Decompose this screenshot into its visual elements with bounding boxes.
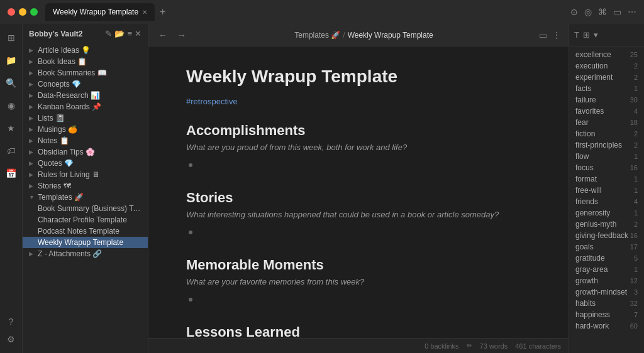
close-sidebar-icon[interactable]: ✕ xyxy=(135,29,142,38)
tag-row[interactable]: happiness7 xyxy=(569,309,644,320)
files-icon[interactable]: 📁 xyxy=(3,52,20,69)
sidebar-item-book-summaries[interactable]: ▶ Book Summaries 📖 xyxy=(23,67,148,79)
document-tag[interactable]: #retrospective xyxy=(186,97,238,106)
share-icon[interactable]: ⊙ xyxy=(570,7,578,17)
chevron-icon: ▶ xyxy=(29,70,35,76)
sidebar-item-character-profile-template[interactable]: Character Profile Template xyxy=(23,214,148,225)
chevron-icon: ▶ xyxy=(29,58,35,65)
chevron-icon: ▼ xyxy=(29,194,35,200)
sidebar-item-stories[interactable]: ▶ Stories 🗺 xyxy=(23,180,148,192)
sidebar-item-book-ideas[interactable]: ▶ Book Ideas 📋 xyxy=(23,56,148,67)
more-options-icon[interactable]: ⋯ xyxy=(628,7,636,17)
tag-row[interactable]: genius-myth2 xyxy=(569,219,644,230)
tag-row[interactable]: failure30 xyxy=(569,94,644,106)
forward-button[interactable]: → xyxy=(175,29,189,41)
new-tab-button[interactable]: + xyxy=(160,6,165,18)
active-tab[interactable]: Weekly Wrapup Template ✕ xyxy=(45,3,155,21)
tag-row[interactable]: execution2 xyxy=(569,60,644,72)
title-bar: Weekly Wrapup Template ✕ + ⊙ ◎ ⌘ ▭ ⋯ xyxy=(0,0,644,24)
sidebar-item-musings[interactable]: ▶ Musings 🍊 xyxy=(23,124,148,135)
new-folder-icon[interactable]: 📂 xyxy=(114,29,125,38)
tag-tree-icon[interactable]: T xyxy=(574,30,579,40)
tag-chevron-icon[interactable]: ▾ xyxy=(594,30,598,40)
chevron-icon: ▶ xyxy=(29,160,35,166)
tag-row[interactable]: favorites4 xyxy=(569,106,644,117)
sidebar-item-podcast-notes-template[interactable]: Podcast Notes Template xyxy=(23,225,148,237)
star-icon[interactable]: ★ xyxy=(3,119,20,137)
sidebar-item-concepts[interactable]: ▶ Concepts 💎 xyxy=(23,79,148,90)
char-count: 461 characters xyxy=(515,342,561,350)
tag-row[interactable]: excellence25 xyxy=(569,49,644,60)
sidebar-item-article-ideas[interactable]: ▶ Article Ideas 💡 xyxy=(23,45,148,56)
tag-row[interactable]: fiction2 xyxy=(569,128,644,139)
sidebar-item-rules-for-living[interactable]: ▶ Rules for Living 🖥 xyxy=(23,169,148,180)
settings-icon[interactable]: ⚙ xyxy=(3,330,20,348)
tab-close-icon[interactable]: ✕ xyxy=(142,9,147,16)
editor-toolbar: ← → Templates 🚀 / Weekly Wrapup Template… xyxy=(148,24,569,46)
tag-row[interactable]: giving-feedback16 xyxy=(569,230,644,241)
backlinks-count: 0 backlinks xyxy=(425,342,458,350)
new-note-icon[interactable]: ✎ xyxy=(105,29,112,38)
sidebar-item-data-research[interactable]: ▶ Data-Research 📊 xyxy=(23,90,148,101)
tag-row[interactable]: goals17 xyxy=(569,241,644,253)
tag-row[interactable]: facts1 xyxy=(569,83,644,94)
search-icon[interactable]: ⊞ xyxy=(3,29,20,46)
tag-icon[interactable]: 🏷 xyxy=(3,142,20,160)
sidebar-right-icon[interactable]: ▭ xyxy=(613,7,621,17)
tab-bar: Weekly Wrapup Template ✕ + xyxy=(45,3,570,21)
help-icon[interactable]: ? xyxy=(3,313,20,330)
chevron-icon: ▶ xyxy=(29,115,35,121)
editor-content[interactable]: Weekly Wrapup Template #retrospective Ac… xyxy=(148,46,569,338)
command-icon[interactable]: ⌘ xyxy=(598,7,607,17)
tag-row[interactable]: flow1 xyxy=(569,151,644,162)
sidebar-item-book-summary-template[interactable]: Book Summary (Business) Template xyxy=(23,203,148,214)
tag-row[interactable]: friends4 xyxy=(569,196,644,207)
chevron-icon: ▶ xyxy=(29,251,35,257)
maximize-button[interactable] xyxy=(30,8,38,16)
sidebar-item-z-attachments[interactable]: ▶ Z - Attachments 🔗 xyxy=(23,248,148,259)
breadcrumb-parent[interactable]: Templates 🚀 xyxy=(294,31,340,40)
sidebar-item-templates[interactable]: ▼ Templates 🚀 xyxy=(23,192,148,203)
back-button[interactable]: ← xyxy=(156,29,170,41)
section-lessons-learned: Lessons Learned What lessons did you lea… xyxy=(186,324,531,338)
sidebar-item-weekly-wrapup-template[interactable]: Weekly Wrapup Template xyxy=(23,237,148,248)
sidebar-item-notes[interactable]: ▶ Notes 📋 xyxy=(23,135,148,146)
tag-row[interactable]: fear18 xyxy=(569,117,644,128)
tag-row[interactable]: generosity1 xyxy=(569,207,644,219)
calendar-icon[interactable]: 📅 xyxy=(3,165,20,182)
section-heading: Accomplishments xyxy=(186,122,531,139)
graph2-icon[interactable]: ◉ xyxy=(3,97,20,114)
tag-row[interactable]: experiment2 xyxy=(569,72,644,83)
tag-row[interactable]: first-principles2 xyxy=(569,139,644,151)
document-title: Weekly Wrapup Template xyxy=(186,67,531,87)
sidebar-item-kanban-boards[interactable]: ▶ Kanban Boards 📌 xyxy=(23,101,148,112)
minimize-button[interactable] xyxy=(19,8,26,16)
sort-icon[interactable]: ≡ xyxy=(127,29,132,38)
section-memorable-moments: Memorable Moments What are your favorite… xyxy=(186,257,531,312)
title-bar-right: ⊙ ◎ ⌘ ▭ ⋯ xyxy=(570,7,636,17)
close-button[interactable] xyxy=(8,8,15,16)
editor-toolbar-right: ▭ ⋮ xyxy=(539,30,561,40)
tab-title: Weekly Wrapup Template xyxy=(53,8,138,16)
tag-row[interactable]: gratitude5 xyxy=(569,253,644,264)
tag-row[interactable]: growth12 xyxy=(569,275,644,286)
tag-row[interactable]: gray-area1 xyxy=(569,264,644,275)
search2-icon[interactable]: 🔍 xyxy=(3,74,20,92)
tag-row[interactable]: format1 xyxy=(569,173,644,185)
tag-row[interactable]: free-will1 xyxy=(569,185,644,196)
sidebar-item-lists[interactable]: ▶ Lists 📓 xyxy=(23,112,148,124)
chevron-icon: ▶ xyxy=(29,126,35,133)
tag-row[interactable]: focus16 xyxy=(569,162,644,173)
chevron-icon: ▶ xyxy=(29,171,35,178)
sidebar-header: Bobby's Vault2 ✎ 📂 ≡ ✕ xyxy=(23,24,148,43)
sidebar-item-quotes[interactable]: ▶ Quotes 💎 xyxy=(23,158,148,169)
tag-sort-icon[interactable]: ⊞ xyxy=(583,30,590,40)
layout-icon[interactable]: ▭ xyxy=(539,30,547,40)
tag-row[interactable]: habits32 xyxy=(569,298,644,309)
word-count: 73 words xyxy=(480,342,508,350)
graph-icon[interactable]: ◎ xyxy=(584,7,592,17)
tag-row[interactable]: growth-mindset3 xyxy=(569,286,644,298)
tag-row[interactable]: hard-work60 xyxy=(569,320,644,332)
more-icon[interactable]: ⋮ xyxy=(552,30,561,40)
sidebar-item-obsidian-tips[interactable]: ▶ Obsidian Tips 🌸 xyxy=(23,146,148,158)
